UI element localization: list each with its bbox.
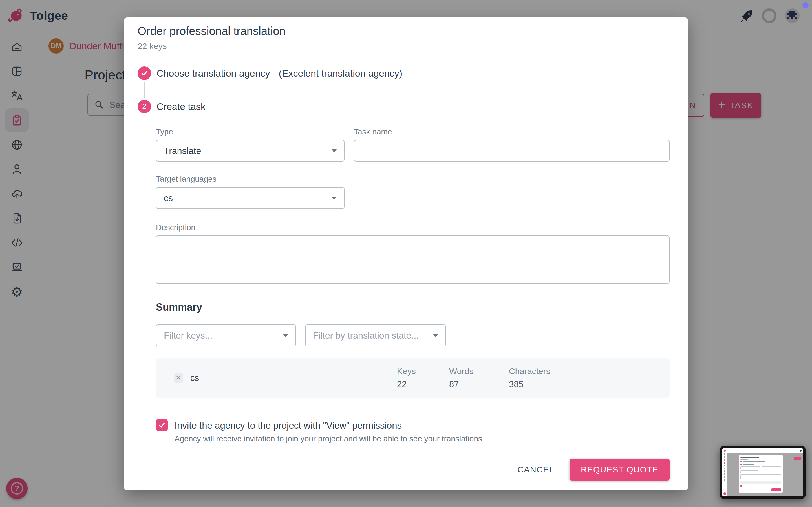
invite-helper-text: Agency will receive invitation to join y… [174, 434, 670, 443]
keys-stat: Keys 22 [397, 367, 416, 390]
type-select[interactable]: Translate [156, 140, 345, 162]
summary-filters: Filter keys... Filter by translation sta… [156, 325, 670, 346]
chevron-down-icon [332, 149, 337, 152]
filter-keys-placeholder: Filter keys... [164, 330, 212, 341]
order-translation-dialog: Order professional translation 22 keys C… [124, 17, 688, 490]
dialog-subtitle: 22 keys [138, 41, 674, 51]
summary-language-row: ✕ cs Keys 22 Words 87 Characters 385 [156, 358, 670, 398]
screen-mirror-pip[interactable] [719, 446, 806, 499]
chevron-down-icon [433, 334, 438, 337]
step1-label: Choose translation agency [156, 68, 270, 79]
remove-language-button[interactable]: ✕ [174, 374, 183, 383]
target-languages-label: Target languages [156, 175, 345, 184]
invite-checkbox-label[interactable]: Invite the agency to the project with "V… [174, 419, 402, 432]
type-select-value: Translate [164, 146, 201, 156]
target-languages-value: cs [164, 193, 173, 203]
step-choose-agency[interactable]: Choose translation agency (Excelent tran… [138, 66, 674, 80]
task-name-label: Task name [354, 127, 670, 136]
create-task-form: Type Translate Task name Target language… [156, 127, 670, 481]
description-textarea[interactable] [156, 235, 670, 284]
invite-agency-row: Invite the agency to the project with "V… [156, 419, 670, 432]
chevron-down-icon [283, 334, 288, 337]
language-tag: cs [190, 373, 199, 383]
filter-state-placeholder: Filter by translation state... [313, 330, 419, 341]
step-connector [144, 82, 145, 98]
pip-mini-avatar [800, 450, 802, 452]
pip-mini-logo [724, 450, 726, 452]
dialog-title: Order professional translation [138, 25, 674, 38]
stepper: Choose translation agency (Excelent tran… [138, 66, 674, 113]
recording-indicator-dot [802, 2, 809, 8]
filter-translation-state-select[interactable]: Filter by translation state... [305, 325, 446, 346]
pip-mini-sidebar [722, 453, 726, 496]
pip-mini-header [722, 448, 803, 453]
pip-mini-modal [739, 455, 783, 493]
check-icon [158, 421, 166, 429]
step2-label: Create task [156, 101, 206, 112]
cancel-button[interactable]: CANCEL [515, 460, 557, 480]
target-languages-select[interactable]: cs [156, 187, 345, 209]
step-create-task: 2 Create task [138, 100, 674, 113]
close-icon: ✕ [175, 374, 181, 382]
chevron-down-icon [332, 196, 337, 200]
pip-mini-help-button [723, 492, 726, 495]
words-stat: Words 87 [449, 367, 473, 390]
pip-screen [722, 448, 803, 496]
invite-checkbox[interactable] [156, 419, 168, 431]
step-done-check-icon [138, 66, 151, 80]
step1-detail: (Excelent translation agency) [279, 68, 402, 79]
characters-stat: Characters 385 [509, 367, 550, 390]
task-name-input[interactable] [354, 140, 670, 162]
filter-keys-select[interactable]: Filter keys... [156, 325, 296, 346]
pip-mini-task-button [794, 457, 801, 460]
dialog-actions: CANCEL REQUEST QUOTE [156, 459, 670, 481]
description-label: Description [156, 223, 670, 232]
request-quote-button[interactable]: REQUEST QUOTE [569, 459, 670, 481]
step2-number-badge: 2 [138, 100, 151, 113]
summary-heading: Summary [156, 301, 670, 313]
type-label: Type [156, 127, 345, 136]
